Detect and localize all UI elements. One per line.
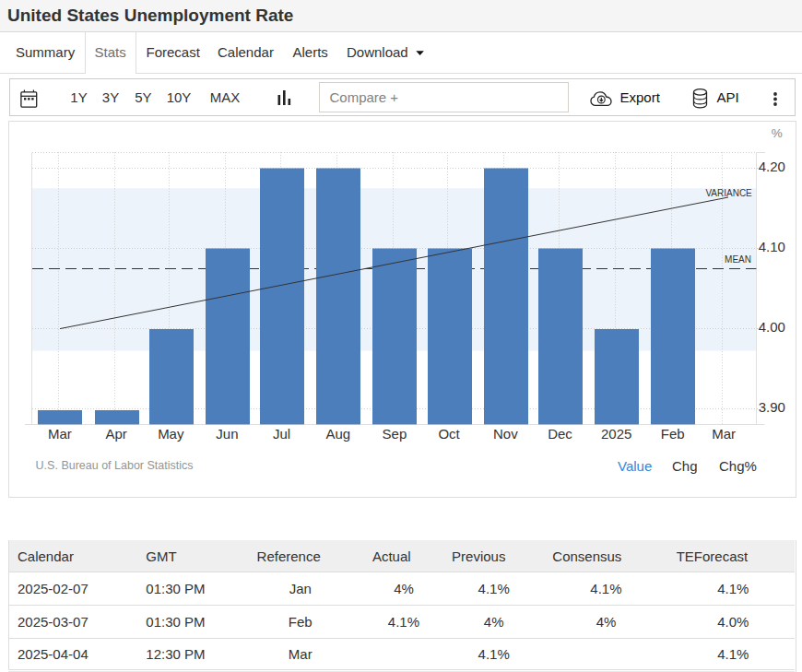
svg-text:Jul: Jul [273, 426, 290, 442]
svg-text:Feb: Feb [661, 426, 685, 442]
svg-text:2025: 2025 [601, 426, 631, 442]
svg-text:4.10: 4.10 [759, 239, 785, 254]
svg-text:%: % [772, 126, 783, 140]
svg-text:3.90: 3.90 [759, 399, 785, 415]
svg-text:Dec: Dec [548, 426, 572, 442]
svg-text:4.20: 4.20 [759, 159, 785, 174]
svg-text:Jun: Jun [216, 426, 238, 442]
svg-text:May: May [158, 426, 184, 442]
svg-text:Mar: Mar [712, 426, 736, 442]
svg-text:Aug: Aug [325, 426, 350, 442]
svg-text:4.00: 4.00 [759, 319, 785, 335]
svg-text:Oct: Oct [438, 426, 460, 442]
svg-text:Sep: Sep [383, 426, 407, 442]
svg-text:VARIANCE: VARIANCE [705, 188, 752, 198]
svg-text:MEAN: MEAN [725, 254, 751, 265]
svg-text:Nov: Nov [493, 426, 518, 442]
svg-text:Mar: Mar [48, 426, 72, 442]
svg-text:Apr: Apr [105, 426, 126, 442]
